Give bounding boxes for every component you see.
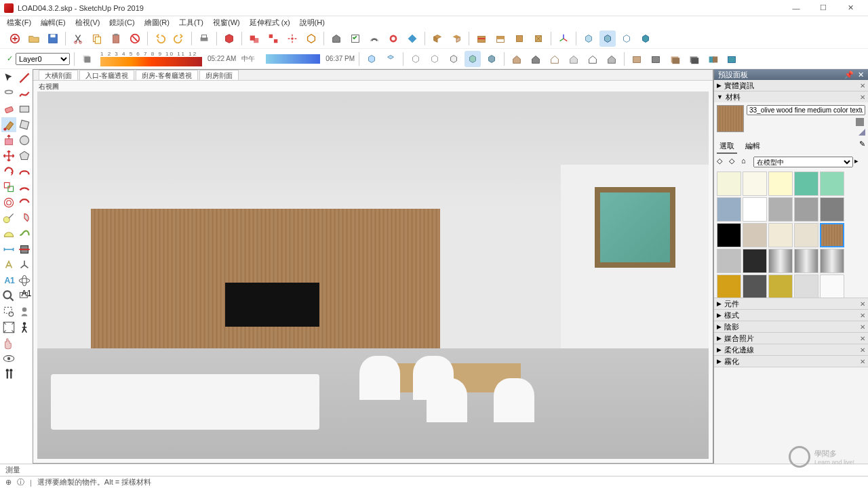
material-swatch[interactable] — [717, 274, 741, 298]
close-icon[interactable]: ✕ — [860, 300, 865, 308]
back-icon[interactable]: ◇ — [717, 157, 728, 167]
line-tool-icon[interactable] — [17, 70, 32, 85]
collapsed-section[interactable]: ▶元件✕ — [714, 298, 868, 309]
axes-icon[interactable] — [555, 30, 572, 47]
model-info-icon[interactable] — [328, 30, 344, 47]
material-swatch[interactable] — [717, 197, 741, 222]
explode-icon[interactable] — [284, 30, 300, 47]
material-swatch[interactable] — [717, 249, 741, 273]
select-tool-icon[interactable] — [1, 70, 16, 85]
default-material-icon[interactable] — [859, 129, 865, 136]
orbit-icon[interactable] — [17, 273, 32, 288]
house3-icon[interactable] — [547, 51, 563, 67]
solid1-icon[interactable] — [429, 30, 446, 47]
zoom-extents-icon[interactable] — [1, 320, 16, 335]
material-swatch[interactable] — [743, 274, 767, 298]
print-icon[interactable] — [196, 30, 212, 47]
hidden-line-icon[interactable] — [637, 30, 654, 47]
section-icon[interactable] — [473, 30, 490, 47]
xray-icon[interactable] — [580, 30, 597, 47]
tape-tool-icon[interactable] — [1, 211, 16, 226]
minimize-button[interactable]: — — [783, 1, 810, 15]
close-icon[interactable]: ✕ — [860, 94, 865, 101]
material-swatch[interactable] — [794, 274, 818, 298]
lasso-tool-icon[interactable] — [1, 86, 16, 101]
look-around-icon[interactable] — [1, 351, 16, 366]
pie-tool-icon[interactable] — [17, 211, 32, 226]
scale-tool-icon[interactable] — [1, 180, 16, 195]
material-swatch[interactable] — [820, 223, 844, 247]
menu-edit[interactable]: 編輯(E) — [37, 17, 70, 28]
house6-icon[interactable] — [604, 51, 620, 67]
close-icon[interactable]: ✕ — [860, 82, 865, 89]
material-swatch[interactable] — [768, 197, 793, 222]
box3-icon[interactable] — [667, 51, 683, 67]
box4-icon[interactable] — [686, 51, 702, 67]
materials-section[interactable]: ▼材料✕ — [714, 92, 868, 102]
freehand-tool-icon[interactable] — [17, 86, 32, 101]
paint-tool-icon[interactable] — [1, 117, 16, 132]
edit-tab[interactable]: 編輯 — [743, 140, 763, 154]
protractor-icon[interactable] — [1, 226, 16, 241]
collapsed-section[interactable]: ▶陰影✕ — [714, 321, 868, 332]
material-swatch[interactable] — [768, 223, 793, 247]
material-swatch[interactable] — [743, 171, 767, 196]
credits-icon[interactable]: ⓘ — [17, 477, 24, 487]
zoom-window-icon[interactable] — [1, 304, 16, 319]
pin-icon[interactable]: 📌 — [844, 70, 854, 79]
walk-tool-icon[interactable] — [1, 367, 16, 382]
house2-icon[interactable] — [528, 51, 544, 67]
undo-icon[interactable] — [152, 30, 168, 47]
component-icon[interactable] — [221, 30, 237, 47]
select-tab[interactable]: 選取 — [717, 140, 737, 154]
back-edges-icon[interactable] — [599, 30, 616, 47]
house1-icon[interactable] — [509, 51, 525, 67]
menu-help[interactable]: 說明(H) — [296, 17, 329, 28]
viewport[interactable]: 大橫剖面 入口-客廳透視 廚房-客餐廳透視 廚房剖面 右視圖 — [33, 69, 713, 464]
style2-icon[interactable] — [427, 51, 443, 67]
2pt-arc-tool-icon[interactable] — [17, 180, 32, 195]
details-icon[interactable]: ▸ — [854, 157, 865, 167]
menu-draw[interactable]: 繪圖(R) — [140, 17, 174, 28]
tray-header[interactable]: 預設面板 📌✕ — [714, 69, 868, 80]
3pt-arc-tool-icon[interactable] — [17, 195, 32, 210]
current-material-swatch[interactable] — [717, 105, 744, 132]
tray-close-icon[interactable]: ✕ — [858, 70, 864, 79]
material-swatch[interactable] — [794, 249, 818, 273]
walk-icon[interactable] — [17, 320, 32, 335]
layer-selector[interactable]: ✓ Layer0 — [7, 53, 70, 65]
material-name-input[interactable] — [747, 105, 865, 115]
material-swatch[interactable] — [794, 223, 818, 247]
polygon-tool-icon[interactable] — [17, 148, 32, 163]
open-icon[interactable] — [26, 30, 42, 47]
eyedropper-icon[interactable]: ✎ — [859, 140, 865, 154]
material-scope-dropdown[interactable]: 在模型中 — [753, 157, 853, 167]
ungroup-icon[interactable] — [265, 30, 281, 47]
material-swatch[interactable] — [820, 171, 844, 196]
collapsed-section[interactable]: ▶樣式✕ — [714, 310, 868, 321]
style4-icon[interactable] — [465, 51, 481, 67]
copy-icon[interactable] — [89, 30, 105, 47]
follow-me-icon[interactable] — [17, 226, 32, 241]
material-swatch[interactable] — [794, 197, 818, 222]
material-swatch[interactable] — [717, 171, 741, 196]
extension-manager-icon[interactable] — [404, 30, 420, 47]
material-swatch[interactable] — [768, 171, 793, 196]
label-icon[interactable]: A1 — [17, 289, 32, 304]
pushpull-tool-icon[interactable] — [1, 133, 16, 148]
layer-dropdown[interactable]: Layer0 — [16, 53, 70, 65]
scene-tab[interactable]: 廚房剖面 — [199, 70, 239, 80]
style5-icon[interactable] — [484, 51, 500, 67]
position-camera-icon[interactable] — [17, 304, 32, 319]
box6-icon[interactable] — [724, 51, 740, 67]
menu-window[interactable]: 視窗(W) — [209, 17, 244, 28]
axes-tool-icon[interactable] — [17, 258, 32, 272]
3dtext-icon[interactable]: A1 — [1, 273, 16, 288]
menu-view[interactable]: 檢視(V) — [71, 17, 104, 28]
collapsed-section[interactable]: ▶柔化邊線✕ — [714, 344, 868, 355]
preferences-icon[interactable] — [347, 30, 363, 47]
3dwarehouse-icon[interactable] — [366, 30, 382, 47]
material-swatch[interactable] — [820, 274, 844, 298]
house4-icon[interactable] — [566, 51, 582, 67]
collapsed-section[interactable]: ▶媒合照片✕ — [714, 333, 868, 344]
